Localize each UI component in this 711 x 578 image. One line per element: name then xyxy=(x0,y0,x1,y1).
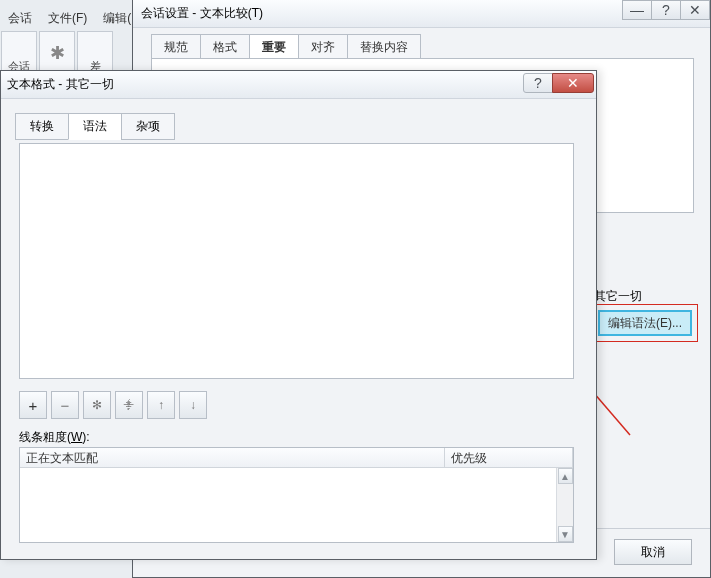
menu-file[interactable]: 文件(F) xyxy=(40,8,95,30)
help-button[interactable]: ? xyxy=(651,0,681,20)
gear-icon: ✻ xyxy=(92,398,102,412)
session-settings-tabs: 规范 格式 重要 对齐 替换内容 xyxy=(151,34,710,61)
help-button[interactable]: ? xyxy=(523,73,553,93)
scroll-down-button[interactable]: ▼ xyxy=(558,526,573,542)
add-button[interactable]: + xyxy=(19,391,47,419)
cancel-button[interactable]: 取消 xyxy=(614,539,692,565)
settings-button[interactable]: ✻ xyxy=(83,391,111,419)
menu-session[interactable]: 会话 xyxy=(0,8,40,30)
thickness-table[interactable]: 正在文本匹配 优先级 ▲ ▼ xyxy=(19,447,574,543)
move-up-button[interactable]: ↑ xyxy=(147,391,175,419)
text-format-dialog: 文本格式 - 其它一切 ? ✕ 转换 语法 杂项 + − ✻ ⸎ ↑ ↓ 线条粗… xyxy=(0,70,597,560)
line-thickness-label: 线条粗度(W): xyxy=(19,429,90,446)
group-button[interactable]: ⸎ xyxy=(115,391,143,419)
vertical-scrollbar[interactable]: ▲ ▼ xyxy=(556,468,573,542)
tab-grammar[interactable]: 语法 xyxy=(68,113,122,140)
star-icon: ✱ xyxy=(50,32,65,74)
grammar-listbox[interactable] xyxy=(19,143,574,379)
tab-replace[interactable]: 替换内容 xyxy=(347,34,421,61)
table-header: 正在文本匹配 优先级 xyxy=(20,448,573,468)
scroll-up-button[interactable]: ▲ xyxy=(558,468,573,484)
move-down-button[interactable]: ↓ xyxy=(179,391,207,419)
edit-grammar-button[interactable]: 编辑语法(E)... xyxy=(598,310,692,336)
col-priority[interactable]: 优先级 xyxy=(445,448,573,467)
tab-format[interactable]: 格式 xyxy=(200,34,250,61)
arrow-up-icon: ↑ xyxy=(158,398,164,412)
text-format-tabs: 转换 语法 杂项 xyxy=(15,113,596,140)
col-match[interactable]: 正在文本匹配 xyxy=(20,448,445,467)
tab-convert[interactable]: 转换 xyxy=(15,113,69,140)
remove-button[interactable]: − xyxy=(51,391,79,419)
text-format-window-controls: ? ✕ xyxy=(524,73,594,93)
arrow-down-icon: ↓ xyxy=(190,398,196,412)
grammar-toolbar: + − ✻ ⸎ ↑ ↓ xyxy=(19,391,207,419)
session-settings-window-controls: — ? ✕ xyxy=(623,0,710,20)
minimize-button[interactable]: — xyxy=(622,0,652,20)
text-format-title: 文本格式 - 其它一切 xyxy=(7,76,114,93)
tab-important[interactable]: 重要 xyxy=(249,34,299,61)
close-button[interactable]: ✕ xyxy=(680,0,710,20)
close-button[interactable]: ✕ xyxy=(552,73,594,93)
tab-align[interactable]: 对齐 xyxy=(298,34,348,61)
tab-misc[interactable]: 杂项 xyxy=(121,113,175,140)
group-icon: ⸎ xyxy=(123,398,135,412)
tab-spec[interactable]: 规范 xyxy=(151,34,201,61)
other-item-label[interactable]: 其它一切 xyxy=(594,288,642,305)
